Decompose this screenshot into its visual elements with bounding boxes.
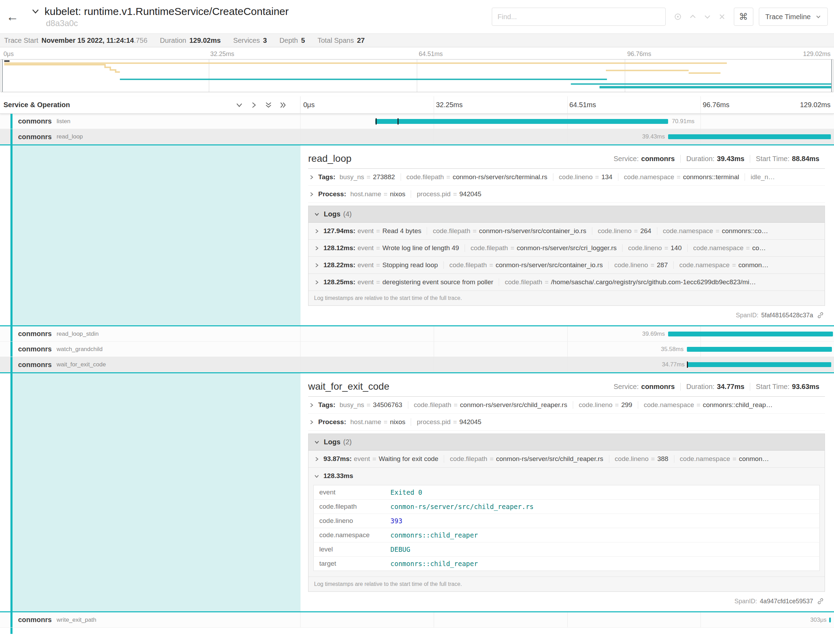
collapse-all-icon[interactable] [279,101,287,109]
log-field: code.namespace=co… [687,244,771,252]
span-name-cell[interactable]: conmonrs watch_grandchild [0,341,301,357]
span-row-read-loop-stdin[interactable]: conmonrs read_loop_stdin 39.69ms [0,326,834,341]
span-bar[interactable] [375,119,668,124]
log-entry[interactable]: 128.12ms: event=Wrote log line of length… [309,240,824,257]
span-name-cell[interactable]: conmonrs read_loop [0,129,301,144]
tag-list: busy_ns=34506763 code.filepath=conmon-rs… [339,401,778,409]
trace-page-header: ← kubelet: runtime.v1.RuntimeService/Cre… [0,0,834,33]
process-accordion[interactable]: Process: host.name=nixos process.pid=942… [308,414,825,431]
tag: code.lineno=299 [573,401,638,409]
find-next-icon[interactable] [703,13,711,21]
log-marker[interactable] [376,118,377,125]
span-timeline-cell: 39.43ms [301,129,834,144]
span-name-cell[interactable]: conmonrs read_loop_stdin [0,326,301,341]
find-prev-icon[interactable] [689,13,697,21]
span-bar[interactable] [829,618,831,623]
chevron-right-icon [314,280,319,285]
span-duration-label: 35.58ms [661,341,684,357]
chevron-down-icon [314,212,320,217]
find-locate-icon[interactable] [673,12,682,21]
log-field: event=Stopping read loop [357,261,443,269]
trace-header-toggle[interactable] [31,6,40,16]
log-fields: event=Stopping read loop code.filepath=c… [357,261,774,269]
expand-one-icon[interactable] [236,101,243,109]
operation-name: write_exit_path [57,616,96,623]
span-row-read-loop[interactable]: conmonrs read_loop 39.43ms [0,129,834,146]
trace-summary-bar: Trace StartNovember 15 2022, 11:24:14.75… [0,33,834,47]
collapse-one-icon[interactable] [250,101,258,109]
span-row-listen[interactable]: conmonrs listen 70.91ms [0,114,834,129]
detail-operation-name: read_loop [308,153,608,164]
service-color-strip [10,612,13,627]
log-entry[interactable]: 128.22ms: event=Stopping read loop code.… [309,257,824,274]
log-entry[interactable]: 128.25ms: event=deregistering event sour… [309,274,824,291]
span-timeline-cell: 303μs [301,612,834,627]
find-input[interactable] [492,8,666,26]
span-bar[interactable] [668,332,833,337]
logs-header[interactable]: Logs (2) [309,434,824,451]
tag: host.name=nixos [350,190,411,198]
expand-all-icon[interactable] [265,101,272,109]
chevron-right-icon [314,263,319,268]
operation-name: wait_for_exit_code [57,361,106,368]
deep-link-icon[interactable] [816,311,824,319]
process-accordion[interactable]: Process: host.name=nixos process.pid=942… [308,186,825,203]
process-tag-list: host.name=nixos process.pid=942045 [350,418,487,426]
tags-accordion[interactable]: Tags: busy_ns=34506763 code.filepath=con… [308,396,825,414]
tag: code.filepath=conmon-rs/server/src/termi… [401,173,553,181]
span-name-cell[interactable]: conmonrs listen [0,114,301,129]
keyboard-shortcuts-button[interactable]: ⌘ [734,8,753,26]
ruler-tick: 32.25ms [436,101,463,109]
span-duration-label: 39.43ms [642,129,665,144]
minimap-canvas[interactable] [1,59,833,92]
span-bar[interactable] [687,347,832,352]
service-color-strip [10,114,13,129]
logs-header[interactable]: Logs (4) [309,206,824,223]
span-bar[interactable] [688,362,832,367]
minimap-left-handle[interactable] [2,60,3,92]
span-name-cell[interactable]: conmonrs write_exit_path [0,612,301,627]
tag: host.name=nixos [350,418,411,426]
expand-collapse-controls [236,101,287,109]
view-selector[interactable]: Trace Timeline [759,8,828,26]
service-color-strip [10,129,13,144]
log-marker[interactable] [398,118,399,125]
spanid-row: SpanID: 5faf48165428c37a [308,306,825,321]
tags-accordion[interactable]: Tags: busy_ns=273882 code.filepath=conmo… [308,169,825,186]
ruler-tick: 129.02ms [800,101,831,109]
tag: code.lineno=134 [553,173,618,181]
detail-indent-column [0,146,301,325]
log-timestamp: 128.22ms: [323,261,356,269]
service-name: conmonrs [18,133,52,141]
span-row-wait-for-exit-code[interactable]: conmonrs wait_for_exit_code 34.77ms [0,357,834,373]
timeline-ruler: 0μs 32.25ms 64.51ms 96.76ms 129.02ms [301,96,834,113]
deep-link-icon[interactable] [816,597,824,605]
service-name: conmonrs [18,117,52,125]
span-row-watch-grandchild[interactable]: conmonrs watch_grandchild 35.58ms [0,341,834,357]
tag: process.pid=942045 [411,190,487,198]
tag: code.namespace=conmonrs::child_reap… [638,401,778,409]
span-row-write-exit-path[interactable]: conmonrs write_exit_path 303μs [0,612,834,628]
span-name-cell[interactable]: conmonrs wait_for_exit_code [0,357,301,372]
minimap-spans-graph [1,60,833,92]
log-field: code.namespace=conmon… [674,455,774,463]
find-clear-icon[interactable] [718,13,726,21]
service-operation-header: Service & Operation [3,101,236,109]
log-entry[interactable]: 93.87ms: event=Waiting for exit code cod… [309,451,824,468]
operation-name: read_loop_stdin [57,330,99,338]
log-kv-row: levelDEBUG [314,542,820,557]
detail-operation-name: wait_for_exit_code [308,381,608,392]
service-name: conmonrs [18,345,52,353]
log-fields: event=Waiting for exit code code.filepat… [354,455,774,463]
span-bar[interactable] [668,134,831,139]
tag: busy_ns=34506763 [339,401,407,409]
trace-title-block: kubelet: runtime.v1.RuntimeService/Creat… [25,5,289,28]
log-field: code.filepath=conmon-rs/server/src/conta… [427,227,592,235]
trace-total-spans: Total Spans27 [318,37,365,45]
minimap-right-handle[interactable] [831,60,832,92]
log-entry-expanded[interactable]: 128.33ms [309,468,824,484]
service-color-strip [10,341,13,357]
log-field: event=Read 4 bytes [357,227,427,235]
log-entry[interactable]: 127.94ms: event=Read 4 bytes code.filepa… [309,223,824,240]
back-button[interactable]: ← [0,0,25,33]
